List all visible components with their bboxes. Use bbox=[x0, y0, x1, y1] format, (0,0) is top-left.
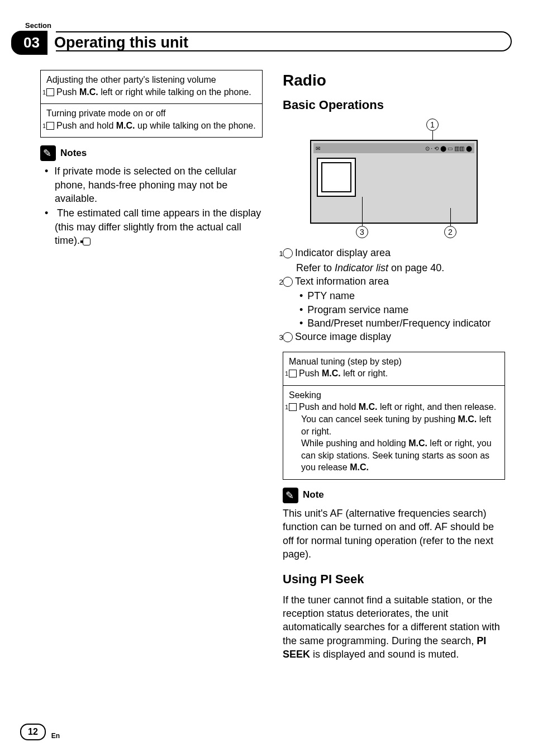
callout-line bbox=[362, 197, 363, 226]
step-number-box: 1 bbox=[46, 122, 54, 130]
note-item: The estimated call time appears in the d… bbox=[40, 206, 263, 247]
t: You can cancel seek tuning by pushing bbox=[301, 414, 458, 424]
page-content: Adjusting the other party's listening vo… bbox=[40, 70, 505, 661]
section-label: Section bbox=[25, 21, 51, 31]
mc-label: M.C. bbox=[350, 462, 369, 472]
display-diagram: 1 ✉ ⊙ · ⟲ ⬤ ▭ ▥▥ ⬤ 2 3 bbox=[299, 119, 489, 236]
note-icon bbox=[40, 145, 56, 161]
t: left or right, and then release. bbox=[378, 402, 497, 412]
right-column: Radio Basic Operations 1 ✉ ⊙ · ⟲ ⬤ ▭ ▥▥ … bbox=[283, 70, 505, 661]
notes-list: If private mode is selected on the cellu… bbox=[40, 164, 263, 247]
bullet: Band/Preset number/Frequency indicator bbox=[299, 316, 505, 330]
op-step-cont: You can cancel seek tuning by pushing M.… bbox=[289, 413, 499, 437]
callout-line bbox=[450, 208, 451, 226]
chapter-number-badge: 03 bbox=[11, 31, 47, 55]
section-end-icon: ■ bbox=[83, 238, 91, 245]
t: Source image display bbox=[295, 331, 391, 342]
op-step: 1Push M.C. left or right. bbox=[289, 367, 499, 380]
note-icon bbox=[283, 488, 298, 503]
t: Push bbox=[299, 368, 322, 378]
t-italic: Indicator list bbox=[335, 262, 388, 273]
op-title: Adjusting the other party's listening vo… bbox=[46, 74, 256, 86]
notes-title: Notes bbox=[60, 147, 87, 160]
bullet: PTY name bbox=[299, 289, 505, 303]
callout-2: 2 bbox=[444, 226, 456, 238]
heading-pi-seek: Using PI Seek bbox=[283, 571, 505, 588]
step-number-box: 1 bbox=[46, 88, 54, 96]
page-language: En bbox=[51, 731, 60, 740]
circled-num: 3 bbox=[283, 332, 293, 342]
op-title: Seeking bbox=[289, 389, 499, 401]
step-number-box: 1 bbox=[289, 403, 297, 411]
source-image-area bbox=[317, 158, 356, 197]
t: Refer to bbox=[296, 262, 335, 273]
chapter-title: Operating this unit bbox=[54, 32, 188, 53]
display-frame: ✉ ⊙ · ⟲ ⬤ ▭ ▥▥ ⬤ bbox=[310, 140, 478, 224]
note-item: If private mode is selected on the cellu… bbox=[40, 164, 263, 205]
op-seeking: Seeking 1Push and hold M.C. left or righ… bbox=[283, 385, 505, 479]
t: on page 40. bbox=[388, 262, 444, 273]
pi-seek-paragraph: If the tuner cannot find a suitable stat… bbox=[283, 593, 505, 661]
note-header: Note bbox=[283, 488, 505, 503]
note-title: Note bbox=[303, 489, 324, 502]
step-number-box: 1 bbox=[289, 370, 297, 377]
callout-1: 1 bbox=[426, 119, 439, 131]
mc-label: M.C. bbox=[359, 402, 378, 412]
note-paragraph: This unit's AF (alternative frequencies … bbox=[283, 507, 505, 561]
op-adjust-volume: Adjusting the other party's listening vo… bbox=[41, 70, 262, 103]
op-title: Turning private mode on or off bbox=[46, 107, 256, 120]
mc-label: M.C. bbox=[408, 438, 427, 448]
t: up while talking on the phone. bbox=[135, 121, 256, 130]
t: left or right. bbox=[341, 368, 388, 378]
legend-item-3: 3Source image display bbox=[283, 330, 505, 343]
t: Push bbox=[56, 87, 79, 97]
legend-2-bullets: PTY name Program service name Band/Prese… bbox=[283, 289, 505, 330]
t: is displayed and sound is muted. bbox=[310, 649, 459, 660]
t: Push and hold bbox=[56, 121, 116, 130]
mc-label: M.C. bbox=[322, 368, 341, 378]
circled-num: 1 bbox=[283, 248, 293, 258]
t: left or right while talking on the phone… bbox=[98, 87, 251, 97]
t: While pushing and holding bbox=[301, 438, 408, 448]
left-column: Adjusting the other party's listening vo… bbox=[40, 70, 263, 661]
t: Text information area bbox=[295, 276, 389, 287]
bullet: Program service name bbox=[299, 303, 505, 316]
op-step: 1Push and hold M.C. up while talking on … bbox=[46, 120, 256, 132]
heading-radio: Radio bbox=[283, 70, 505, 91]
indicator-bar: ✉ ⊙ · ⟲ ⬤ ▭ ▥▥ ⬤ bbox=[313, 143, 474, 153]
operation-box-left: Adjusting the other party's listening vo… bbox=[40, 70, 263, 138]
text-info-area bbox=[361, 157, 472, 217]
mc-label: M.C. bbox=[79, 87, 98, 97]
t: Push and hold bbox=[299, 402, 359, 412]
op-manual-tuning: Manual tuning (step by step) 1Push M.C. … bbox=[283, 352, 505, 385]
callout-3: 3 bbox=[356, 226, 368, 238]
legend-sub: Refer to Indicator list on page 40. bbox=[283, 261, 505, 275]
notes-header: Notes bbox=[40, 145, 263, 161]
t: Indicator display area bbox=[295, 247, 391, 258]
circled-num: 2 bbox=[283, 277, 293, 287]
op-step: 1Push M.C. left or right while talking o… bbox=[46, 86, 256, 98]
op-title: Manual tuning (step by step) bbox=[289, 356, 499, 368]
t: If the tuner cannot find a suitable stat… bbox=[283, 594, 500, 646]
op-private-mode: Turning private mode on or off 1Push and… bbox=[41, 103, 262, 137]
page-number: 12 bbox=[20, 724, 46, 740]
indicator-right-icons: ⊙ · ⟲ ⬤ ▭ ▥▥ ⬤ bbox=[425, 145, 472, 153]
op-step: 1Push and hold M.C. left or right, and t… bbox=[289, 401, 499, 413]
indicator-left-icons: ✉ bbox=[316, 145, 320, 153]
op-step-cont: While pushing and holding M.C. left or r… bbox=[289, 437, 499, 474]
legend-item-2: 2Text information area bbox=[283, 275, 505, 288]
operation-box-radio: Manual tuning (step by step) 1Push M.C. … bbox=[283, 352, 505, 480]
legend-item-1: 1Indicator display area bbox=[283, 246, 505, 259]
mc-label: M.C. bbox=[458, 414, 477, 424]
heading-basic-operations: Basic Operations bbox=[283, 97, 505, 114]
chapter-header: 03 Operating this unit bbox=[11, 31, 511, 55]
page-footer: 12 En bbox=[20, 724, 60, 740]
mc-label: M.C. bbox=[116, 121, 135, 130]
